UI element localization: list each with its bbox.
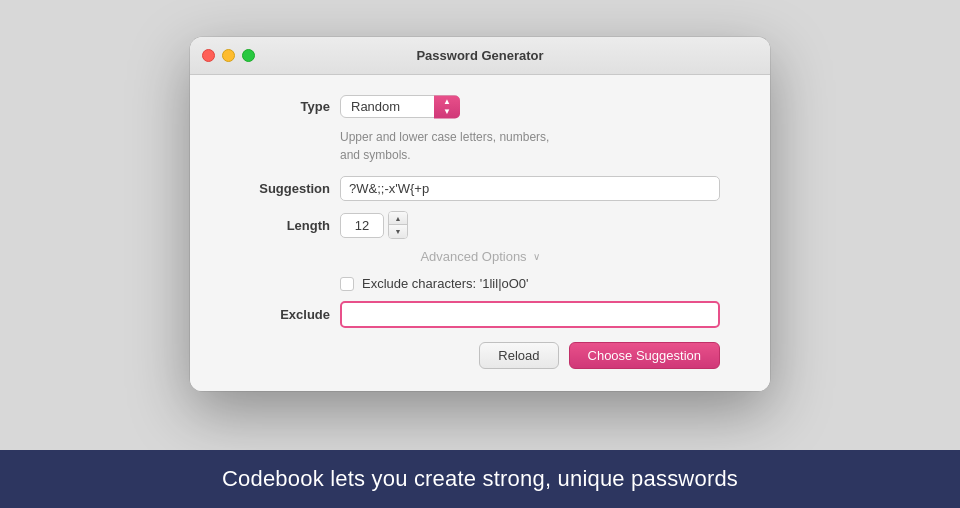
advanced-options-chevron-icon[interactable]: ∨ (533, 251, 540, 262)
banner-text: Codebook lets you create strong, unique … (222, 466, 738, 492)
window-title: Password Generator (416, 48, 543, 63)
upper-area: Password Generator Type Random Memorable… (0, 0, 960, 428)
password-generator-window: Password Generator Type Random Memorable… (190, 37, 770, 391)
length-stepper: ▲ ▼ (388, 211, 408, 239)
window-content: Type Random Memorable PIN ▲ ▼ (190, 75, 770, 391)
exclude-chars-label: Exclude characters: '1lil|oO0' (362, 276, 529, 291)
close-button[interactable] (202, 49, 215, 62)
exclude-label: Exclude (240, 307, 330, 322)
exclude-row: Exclude (240, 301, 720, 328)
title-bar-buttons (202, 49, 255, 62)
advanced-options-row: Advanced Options ∨ (240, 249, 720, 264)
length-label: Length (240, 218, 330, 233)
exclude-chars-checkbox[interactable] (340, 277, 354, 291)
type-label: Type (240, 99, 330, 114)
length-increment-button[interactable]: ▲ (389, 212, 407, 225)
advanced-options-label[interactable]: Advanced Options (420, 249, 526, 264)
suggestion-label: Suggestion (240, 181, 330, 196)
length-input[interactable] (340, 213, 384, 238)
suggestion-input[interactable] (340, 176, 720, 201)
reload-button[interactable]: Reload (479, 342, 558, 369)
exclude-chars-checkbox-row: Exclude characters: '1lil|oO0' (340, 276, 720, 291)
button-row: Reload Choose Suggestion (240, 342, 720, 369)
type-row: Type Random Memorable PIN ▲ ▼ (240, 95, 720, 118)
type-select-wrapper: Random Memorable PIN ▲ ▼ (340, 95, 460, 118)
type-description: Upper and lower case letters, numbers, a… (340, 128, 720, 164)
suggestion-row: Suggestion (240, 176, 720, 201)
length-input-wrapper: ▲ ▼ (340, 211, 408, 239)
main-container: Password Generator Type Random Memorable… (0, 0, 960, 508)
choose-suggestion-button[interactable]: Choose Suggestion (569, 342, 720, 369)
length-row: Length ▲ ▼ (240, 211, 720, 239)
type-select[interactable]: Random Memorable PIN (340, 95, 460, 118)
length-decrement-button[interactable]: ▼ (389, 225, 407, 238)
exclude-input[interactable] (340, 301, 720, 328)
maximize-button[interactable] (242, 49, 255, 62)
title-bar: Password Generator (190, 37, 770, 75)
minimize-button[interactable] (222, 49, 235, 62)
banner: Codebook lets you create strong, unique … (0, 450, 960, 508)
